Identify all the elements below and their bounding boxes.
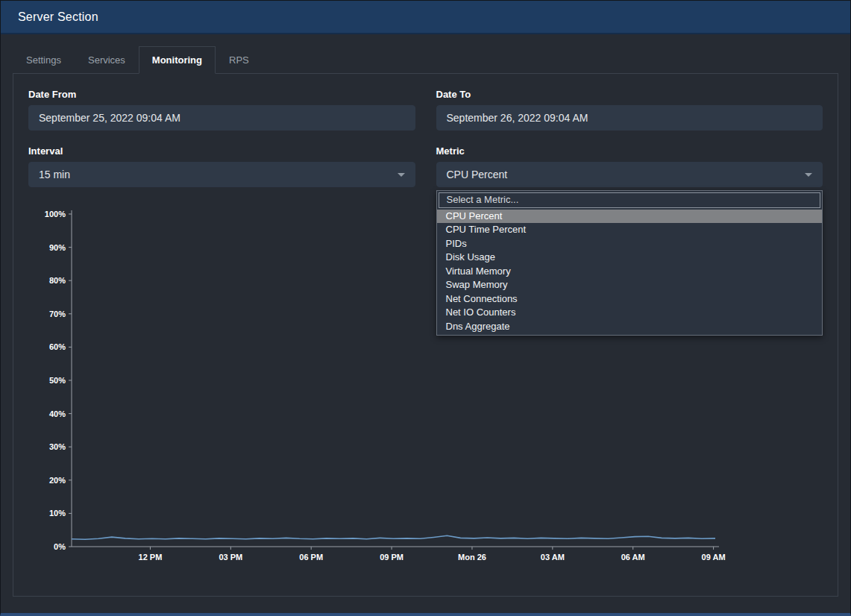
svg-text:70%: 70%: [49, 309, 66, 318]
app-window: Server Section Settings Services Monitor…: [0, 0, 851, 616]
chevron-down-icon: [805, 173, 812, 177]
date-to-field: Date To: [436, 89, 823, 131]
metric-selected-value: CPU Percent: [447, 169, 508, 180]
monitoring-panel: Date From Date To Interval 15 min Metric…: [13, 73, 838, 597]
svg-text:09 PM: 09 PM: [380, 553, 403, 562]
svg-text:Mon 26: Mon 26: [458, 553, 486, 562]
dropdown-option-cpu-percent[interactable]: CPU Percent: [437, 210, 823, 224]
interval-select[interactable]: 15 min: [28, 162, 415, 187]
date-to-input[interactable]: [436, 105, 823, 131]
date-from-field: Date From: [28, 89, 415, 131]
svg-text:03 PM: 03 PM: [219, 553, 242, 562]
svg-text:60%: 60%: [49, 342, 66, 351]
date-to-label: Date To: [436, 89, 823, 100]
interval-selected-value: 15 min: [39, 169, 70, 180]
app-header: Server Section: [1, 1, 850, 34]
metric-field: Metric CPU Percent Select a Metric... CP…: [436, 145, 823, 187]
svg-text:90%: 90%: [49, 243, 66, 252]
dropdown-option-virtual-memory[interactable]: Virtual Memory: [437, 265, 823, 279]
svg-text:09 AM: 09 AM: [702, 553, 726, 562]
svg-text:03 AM: 03 AM: [541, 553, 565, 562]
dropdown-option-cpu-time-percent[interactable]: CPU Time Percent: [437, 223, 823, 237]
svg-text:06 AM: 06 AM: [621, 553, 645, 562]
metric-label: Metric: [436, 145, 823, 157]
svg-text:100%: 100%: [45, 210, 66, 219]
svg-text:0%: 0%: [54, 542, 66, 551]
interval-field: Interval 15 min: [28, 145, 415, 187]
svg-text:80%: 80%: [49, 276, 66, 285]
chevron-down-icon: [398, 173, 405, 177]
dropdown-option-pids[interactable]: PIDs: [437, 237, 823, 251]
dropdown-option-dns-aggregate[interactable]: Dns Aggregate: [437, 320, 823, 334]
svg-text:20%: 20%: [49, 476, 66, 485]
dropdown-option-disk-usage[interactable]: Disk Usage: [437, 251, 823, 265]
metric-select[interactable]: CPU Percent: [436, 162, 823, 187]
interval-label: Interval: [28, 145, 415, 157]
date-from-label: Date From: [28, 89, 415, 100]
tab-settings[interactable]: Settings: [13, 46, 75, 74]
date-from-input[interactable]: [28, 105, 415, 131]
tab-rps[interactable]: RPS: [216, 46, 263, 74]
svg-text:50%: 50%: [49, 376, 66, 385]
tab-bar: Settings Services Monitoring RPS: [13, 46, 850, 74]
dropdown-option-swap-memory[interactable]: Swap Memory: [437, 278, 823, 292]
metric-dropdown: Select a Metric... CPU Percent CPU Time …: [436, 190, 823, 336]
filter-form: Date From Date To Interval 15 min Metric…: [28, 89, 823, 187]
page-title: Server Section: [18, 10, 98, 24]
svg-text:06 PM: 06 PM: [299, 553, 323, 562]
svg-text:12 PM: 12 PM: [139, 553, 163, 562]
dropdown-option-net-connections[interactable]: Net Connections: [437, 292, 823, 307]
tab-services[interactable]: Services: [75, 46, 139, 74]
svg-text:10%: 10%: [49, 509, 66, 518]
dropdown-option-net-io-counters[interactable]: Net IO Counters: [437, 306, 823, 320]
svg-text:40%: 40%: [49, 409, 66, 418]
tab-monitoring[interactable]: Monitoring: [139, 46, 216, 74]
svg-text:30%: 30%: [49, 442, 66, 451]
dropdown-prompt[interactable]: Select a Metric...: [439, 192, 821, 208]
